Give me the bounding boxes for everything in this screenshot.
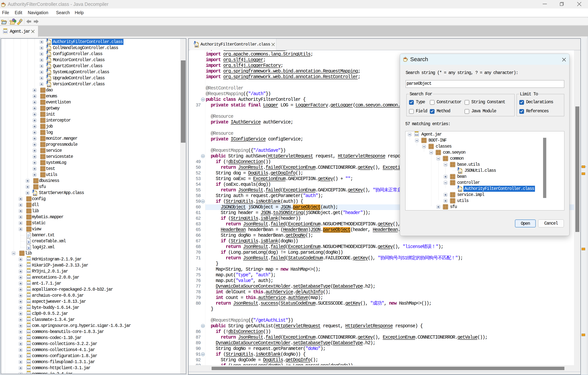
svg-text:010: 010 [195, 45, 198, 47]
svg-text:010: 010 [27, 320, 30, 321]
svg-text:010: 010 [47, 85, 50, 87]
svg-text:010: 010 [33, 194, 36, 196]
svg-text:010: 010 [27, 374, 30, 374]
svg-text:010: 010 [27, 271, 30, 273]
svg-text:X: X [28, 247, 30, 250]
svg-text:010: 010 [27, 356, 30, 358]
svg-text:010: 010 [27, 289, 30, 291]
svg-text:X: X [28, 241, 30, 243]
svg-text:010: 010 [27, 265, 30, 267]
svg-text:010: 010 [27, 283, 30, 285]
svg-text:010: 010 [415, 134, 418, 136]
svg-text:010: 010 [27, 307, 30, 309]
svg-text:010: 010 [27, 277, 30, 279]
svg-text:010: 010 [27, 313, 30, 315]
svg-text:010: 010 [47, 67, 50, 69]
svg-text:010: 010 [27, 325, 30, 327]
svg-text:010: 010 [4, 31, 7, 33]
svg-text:010: 010 [458, 190, 461, 192]
svg-text:010: 010 [27, 259, 30, 261]
svg-text:010: 010 [27, 362, 30, 364]
svg-text:010: 010 [47, 61, 50, 63]
svg-text:010: 010 [27, 332, 30, 333]
svg-text:010: 010 [47, 43, 50, 45]
svg-text:010: 010 [47, 49, 50, 51]
svg-text:010: 010 [27, 344, 30, 345]
svg-text:010: 010 [47, 73, 50, 75]
svg-text:010: 010 [27, 338, 30, 340]
svg-text:010: 010 [27, 350, 30, 352]
svg-text:010: 010 [458, 172, 461, 174]
svg-text:010: 010 [27, 295, 30, 297]
svg-text:010: 010 [47, 55, 50, 57]
svg-text:010: 010 [47, 79, 50, 81]
svg-text:010: 010 [27, 302, 30, 303]
svg-text:010: 010 [27, 368, 30, 370]
